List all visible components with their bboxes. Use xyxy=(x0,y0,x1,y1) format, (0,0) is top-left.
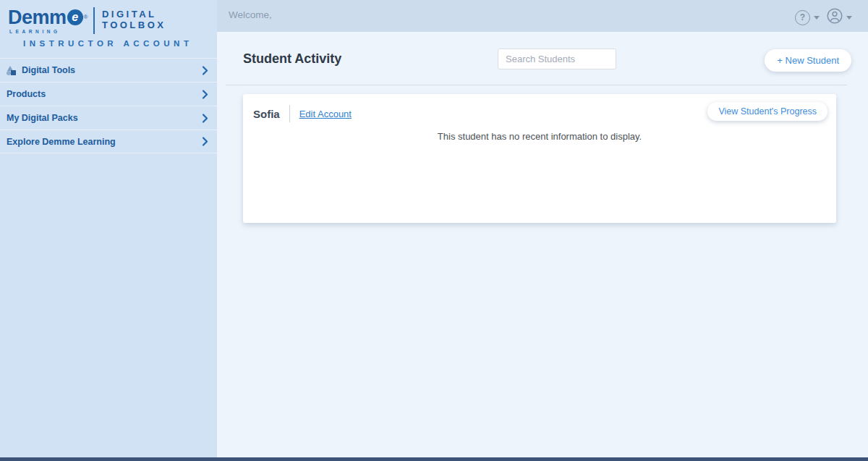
sidebar-item-label: My Digital Packs xyxy=(7,113,78,123)
caret-down-icon xyxy=(814,16,820,20)
student-activity-card: Sofia Edit Account View Student's Progre… xyxy=(243,94,836,223)
page-title: Student Activity xyxy=(243,51,341,67)
wordmark-text: Demm xyxy=(8,7,67,28)
sidebar-item-label: Explore Demme Learning xyxy=(7,137,116,147)
empty-state-message: This student has no recent information t… xyxy=(243,131,836,142)
sidebar-item-products[interactable]: Products xyxy=(0,82,217,106)
help-menu-button[interactable]: ? xyxy=(795,10,820,25)
chevron-right-icon xyxy=(202,90,208,99)
caret-down-icon xyxy=(846,16,852,20)
chevron-right-icon xyxy=(202,66,208,75)
sidebar: Demm e ® LEARNING DIGITAL TOOLBOX INSTRU… xyxy=(0,0,217,461)
edit-account-link[interactable]: Edit Account xyxy=(299,109,352,119)
demme-wordmark: Demm e ® LEARNING xyxy=(8,7,88,34)
chevron-right-icon xyxy=(202,114,208,123)
top-bar: Welcome, ? xyxy=(217,0,868,32)
sidebar-item-digital-tools[interactable]: Digital Tools xyxy=(0,58,217,82)
toolbar-divider xyxy=(226,85,847,85)
new-student-button[interactable]: + New Student xyxy=(765,49,851,72)
account-type-label: INSTRUCTOR ACCOUNT xyxy=(23,39,217,48)
brand-logo: Demm e ® LEARNING DIGITAL TOOLBOX INSTRU… xyxy=(0,0,217,48)
bottom-accent-bar xyxy=(0,457,868,461)
student-name: Sofia xyxy=(253,108,280,120)
registered-trademark: ® xyxy=(84,7,88,28)
header-divider xyxy=(289,105,290,122)
sidebar-item-label: Digital Tools xyxy=(22,65,75,75)
sidebar-item-my-digital-packs[interactable]: My Digital Packs xyxy=(0,106,217,130)
search-students-input[interactable] xyxy=(498,48,616,69)
demme-e-logo-icon: e xyxy=(67,9,83,25)
sidebar-nav: Digital Tools Products My Digital Packs … xyxy=(0,58,217,153)
account-menu-button[interactable] xyxy=(827,8,852,27)
wordmark-subtext: LEARNING xyxy=(8,29,88,34)
logo-divider xyxy=(93,7,95,34)
product-name: DIGITAL TOOLBOX xyxy=(102,7,166,30)
sidebar-item-explore-demme-learning[interactable]: Explore Demme Learning xyxy=(0,130,217,153)
chevron-right-icon xyxy=(202,137,208,146)
shapes-blocks-icon xyxy=(7,66,17,75)
help-icon: ? xyxy=(795,10,810,25)
user-icon xyxy=(827,8,843,27)
view-student-progress-button[interactable]: View Student's Progress xyxy=(707,102,827,121)
welcome-text: Welcome, xyxy=(229,9,272,20)
main-content: Student Activity + New Student Sofia Edi… xyxy=(217,32,868,457)
sidebar-item-label: Products xyxy=(7,89,46,99)
